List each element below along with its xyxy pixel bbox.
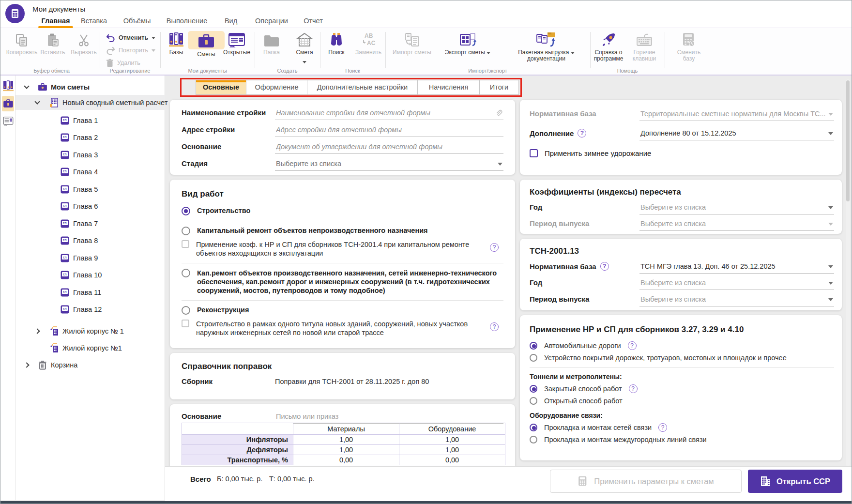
tree-item[interactable]: ГЛГлава 7 <box>15 216 165 231</box>
tsn-normative-select[interactable]: ТСН МГЭ глава 13. Доп. 46 от 25.12.2025 <box>639 260 834 274</box>
chevron-down-icon[interactable] <box>34 99 40 104</box>
total-label: Всего <box>190 475 211 483</box>
help-icon[interactable]: ? <box>490 322 499 331</box>
chevron-right-icon[interactable] <box>34 328 40 334</box>
menu-tab-otchet[interactable]: Отчет <box>300 15 327 28</box>
tab-osnovnye[interactable]: Основные <box>196 80 246 94</box>
radio-prokladka-mezhdugorodnih[interactable]: Прокладка и монтаж междугородных линий с… <box>530 436 834 443</box>
import-estimate-button[interactable]: Импорт сметы <box>390 31 434 56</box>
normative-base-select[interactable]: Территориальные сметные нормативы для Мо… <box>639 107 834 121</box>
tree-item[interactable]: Мои сметы <box>15 79 165 94</box>
radio-rekonstrukciya[interactable]: Реконструкция <box>182 306 503 315</box>
basis2-input[interactable]: Письмо или приказ <box>275 410 503 424</box>
chapter-icon: ГЛ <box>60 201 70 212</box>
tab-oformlenie[interactable]: Оформление <box>246 80 307 94</box>
hotkeys-button[interactable]: Горячиеклавиши <box>626 31 663 62</box>
radio-ustroystvo-pokrytiy[interactable]: Устройство покрытий дорожек, тротуаров, … <box>530 354 834 362</box>
basis-input[interactable]: Документ об утверждении для отчетной фор… <box>275 140 503 154</box>
help-icon[interactable]: ? <box>600 262 609 271</box>
redo-button[interactable]: Повторить <box>106 45 158 56</box>
radio-stroitelstvo[interactable]: Строительство <box>182 207 503 215</box>
tree-item[interactable]: ГЛГлава 8 <box>15 233 165 248</box>
cut-button[interactable]: Вырезать <box>65 31 102 56</box>
addition-select[interactable]: Дополнение 80 от 15.12.2025 <box>639 127 834 140</box>
tree-item[interactable]: Корзина <box>15 357 165 372</box>
tree-item[interactable]: Жилой корпус № 1 <box>15 323 165 338</box>
tree-item[interactable]: ГЛГлава 10 <box>15 267 165 282</box>
tsn-period-dropdown-icon <box>828 298 833 301</box>
radio-kapremont-neproizv[interactable]: Капитальный ремонт объектов непроизводст… <box>182 227 503 235</box>
tab-dop-nastroyki[interactable]: Дополнительные настройки <box>307 80 418 94</box>
export-estimate-button[interactable]: Экспорт сметы <box>439 31 497 56</box>
replace-button[interactable]: ABAC Заменить <box>350 31 387 56</box>
menu-tab-vypolnenie[interactable]: Выполнение <box>165 15 209 28</box>
open-ssr-button[interactable]: Открыть ССР <box>748 470 842 493</box>
card-work-type: Вид работ Строительство Капитальный ремо… <box>170 180 515 348</box>
menu-tab-glavnaya[interactable]: Главная <box>38 15 73 28</box>
tree-item[interactable]: ГЛГлава 11 <box>15 285 165 300</box>
help-icon[interactable]: ? <box>629 384 638 393</box>
rail-open-icon[interactable] <box>2 114 14 128</box>
tree-item[interactable]: ГЛГлава 5 <box>15 182 165 197</box>
search-button[interactable]: Поиск <box>318 31 355 56</box>
tree-item[interactable]: ГЛГлава 2 <box>15 130 165 145</box>
menu-tab-obyomy[interactable]: Объёмы <box>122 15 152 28</box>
redo-dropdown-icon <box>152 49 155 52</box>
tree-item[interactable]: ГЛГлава 1 <box>15 113 165 128</box>
chapter-icon: ГЛ <box>60 184 70 195</box>
radio-zakryty-sposob[interactable]: Закрытый способ работ? <box>530 384 834 393</box>
radio-otkryty-sposob[interactable]: Открытый способ работ <box>530 397 834 405</box>
help-icon[interactable]: ? <box>578 129 586 137</box>
radio-prokladka-setey[interactable]: Прокладка и монтаж сетей связи? <box>530 423 834 432</box>
delete-button[interactable]: Удалить <box>106 58 158 68</box>
radio-kapremont-proizv[interactable]: Кап.ремонт объектов производственного на… <box>182 269 503 295</box>
window-bottom-edge <box>0 501 852 504</box>
checkbox-primenenie-koef[interactable]: Применение коэф. к НР и СП для сборников… <box>182 240 503 258</box>
help-icon[interactable]: ? <box>658 423 667 432</box>
tsn-period-select[interactable]: Выберите из списка <box>639 293 834 306</box>
tree-item[interactable]: Новый сводный сметный расчет <box>15 95 165 110</box>
tree-item[interactable]: ГЛГлава 6 <box>15 199 165 214</box>
construction-address-input[interactable]: Адрес стройки для отчетной формы <box>275 123 503 137</box>
tab-itogi[interactable]: Итоги <box>480 80 518 94</box>
help-icon[interactable]: ? <box>490 243 499 252</box>
menu-tab-operacii[interactable]: Операции <box>253 15 290 28</box>
menu-tab-vid[interactable]: Вид <box>221 15 241 28</box>
apply-params-button[interactable]: Применить параметры к сметам <box>550 470 742 493</box>
collection-value[interactable]: Поправки для ТСН-2001 от 28.11.2025 г. д… <box>275 378 429 385</box>
footer-bar: Всего Б: 0,00 тыс. р. Т: 0,00 тыс. р. Пр… <box>165 466 852 501</box>
tree-item[interactable]: Жилой корпус №1 <box>15 340 165 355</box>
stage-select[interactable]: Выберите из списка <box>275 157 503 171</box>
construction-name-input[interactable]: Наименование стройки для отчетной формы <box>275 107 503 120</box>
rail-estimates-icon[interactable] <box>2 96 14 111</box>
radio-avtodorogi[interactable]: Автомобильные дороги? <box>530 341 834 350</box>
help-icon[interactable]: ? <box>628 341 637 350</box>
checkbox-stroitelstvo-titula[interactable]: Строительство в рамках одного титула нов… <box>182 320 503 337</box>
tree-item[interactable]: ГЛГлава 3 <box>15 147 165 162</box>
card-tsn: ТСН-2001.13 Нормативная база? ТСН МГЭ гл… <box>520 239 842 310</box>
indexes-title: Коэффициенты (индексы) пересчета <box>530 187 834 197</box>
tsn-year-select[interactable]: Выберите из списка <box>639 276 834 290</box>
year-select[interactable]: Выберите из списка <box>639 201 834 214</box>
tree-item[interactable]: ГЛГлава 12 <box>15 302 165 317</box>
vertical-scrollbar[interactable] <box>846 79 850 466</box>
undo-dropdown-icon <box>152 37 155 39</box>
change-base-button[interactable]: Сменитьбазу <box>670 31 707 62</box>
undo-button[interactable]: Отменить <box>106 32 158 43</box>
open-documents-button[interactable]: Открытые <box>218 31 255 56</box>
checkbox-winter[interactable]: Применить зимнее удорожание <box>530 149 651 157</box>
about-button[interactable]: Справка опрограмме <box>590 31 627 62</box>
inflators-table: Материалы Оборудование Инфляторы 1,00 1,… <box>182 423 505 465</box>
batch-export-button[interactable]: Пакетная выгрузка документации <box>506 31 586 62</box>
menu-tab-vstavka[interactable]: Вставка <box>78 15 110 28</box>
create-estimate-button[interactable]: Смета <box>286 31 323 65</box>
create-folder-button[interactable]: Папка <box>253 31 290 56</box>
tree-item[interactable]: ГЛГлава 9 <box>15 250 165 265</box>
period-select[interactable]: Выберите из списка <box>639 217 834 231</box>
tree-item[interactable]: ГЛГлава 4 <box>15 164 165 179</box>
tab-nachisleniya[interactable]: Начисления <box>418 80 480 94</box>
svg-text:ГЛ: ГЛ <box>63 136 66 138</box>
chevron-down-icon[interactable] <box>24 83 29 89</box>
rail-bases-icon[interactable] <box>2 79 14 93</box>
chevron-right-icon[interactable] <box>24 362 29 367</box>
